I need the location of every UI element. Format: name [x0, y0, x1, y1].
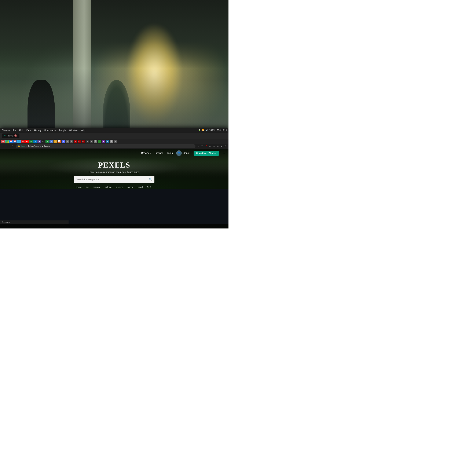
user-area: 👤 Daniel	[176, 151, 190, 156]
refresh-icon[interactable]: ↺	[70, 140, 73, 143]
trello-icon[interactable]: Tr	[34, 140, 37, 143]
menu-window[interactable]: Window	[69, 129, 77, 132]
adobe-icon[interactable]: Ai	[74, 140, 77, 143]
ext4-icon[interactable]: ✓	[98, 140, 101, 143]
secure-label: Secure	[21, 145, 27, 147]
ext-icon2[interactable]: ⊗	[212, 145, 215, 148]
ceiling-area	[0, 0, 228, 68]
gcalendar-icon[interactable]: 📅	[9, 140, 13, 143]
ext-icon3[interactable]: ⊘	[216, 145, 219, 148]
tools-link[interactable]: Tools	[167, 152, 173, 155]
pexels-website: Browse ▾ License Tools 👤 Daniel Contribu…	[0, 149, 228, 189]
tab-label: Pexels	[7, 135, 13, 137]
algolia-icon[interactable]: A	[62, 140, 65, 143]
menu-bookmarks[interactable]: Bookmarks	[44, 129, 56, 132]
address-right-icons: ☆ 🛡 P ⊕ ⊗ ⊘ ◈ ⚙	[197, 145, 227, 148]
calendar2-icon[interactable]: 📆	[13, 140, 17, 143]
menu-help[interactable]: Help	[80, 129, 85, 132]
acrobat-icon[interactable]: Ac	[21, 140, 25, 143]
gdrive-icon[interactable]	[5, 140, 9, 143]
ext5-icon[interactable]: ◉	[102, 140, 105, 143]
more-tags-link[interactable]: more →	[146, 186, 153, 189]
ext-icon5[interactable]: ⚙	[224, 145, 227, 148]
sheets-icon[interactable]: S	[46, 140, 49, 143]
pinterest-icon[interactable]: P	[205, 145, 208, 148]
avatar-icon: 👤	[178, 152, 180, 154]
tag-wood[interactable]: wood	[137, 186, 143, 189]
search-bar[interactable]: 🔍	[74, 176, 154, 183]
wifi-icon: 📶	[202, 129, 204, 131]
monitor-screen: Chrome File Edit View History Bookmarks …	[0, 128, 228, 224]
app-name: Chrome	[2, 129, 10, 132]
browse-button[interactable]: Browse ▾	[141, 152, 151, 155]
menu-history[interactable]: History	[34, 129, 41, 132]
address-url: https://www.pexels.com	[28, 145, 50, 147]
menu-items: File Edit View History Bookmarks People …	[13, 129, 196, 132]
contribute-photos-button[interactable]: Contribute Photos	[194, 151, 219, 156]
back-button[interactable]: ‹	[2, 145, 5, 148]
browse-chevron-icon: ▾	[150, 152, 151, 154]
medium-icon[interactable]: M	[41, 140, 45, 143]
address-field[interactable]: 🔒 Secure https://www.pexels.com	[16, 144, 195, 148]
tag-vintage[interactable]: vintage	[104, 186, 112, 189]
ext-icon1[interactable]: ⊕	[209, 145, 212, 148]
secure-icon: 🔒	[18, 145, 20, 147]
volume-icon: 🔊	[206, 129, 208, 131]
battery-percent: 100 %	[209, 129, 215, 131]
status-bar: Searches	[0, 221, 68, 224]
ext1-icon[interactable]: ◆	[37, 140, 41, 143]
medium3-icon[interactable]: M	[90, 140, 93, 143]
tag-phone[interactable]: phone	[127, 186, 134, 189]
status-text: Searches	[2, 221, 10, 223]
settings-icon[interactable]: ⚙	[110, 140, 113, 143]
ext3-icon[interactable]: ⚙	[94, 140, 97, 143]
tab-close-button[interactable]: ×	[14, 134, 17, 137]
active-tab[interactable]: P Pexels ×	[2, 134, 19, 138]
gmail-icon[interactable]: M	[1, 140, 5, 143]
telegram-icon[interactable]: ✈	[17, 140, 21, 143]
spreadsheet-icon[interactable]: Sh	[29, 140, 33, 143]
medium2-icon[interactable]: M	[86, 140, 89, 143]
menu-view[interactable]: View	[26, 129, 31, 132]
search-input[interactable]	[76, 178, 147, 181]
tag-training[interactable]: training	[93, 186, 101, 189]
star-icon[interactable]: ☆	[197, 145, 200, 148]
user-avatar[interactable]: 👤	[176, 151, 182, 156]
more-options-button[interactable]: ···	[222, 151, 225, 155]
username-label: Daniel	[183, 152, 190, 155]
address-bar-row: ‹ › ↺ 🔒 Secure https://www.pexels.com ☆ …	[0, 144, 228, 149]
search-icon: 🔍	[149, 178, 152, 181]
reload-button[interactable]: ↺	[11, 145, 14, 148]
ext-icon4[interactable]: ◈	[220, 145, 223, 148]
pexels-tagline: Best free stock photos in one place. Lea…	[89, 171, 139, 173]
adobe3-icon[interactable]: Ae	[82, 140, 85, 143]
tab-favicon: P	[4, 135, 5, 137]
chart-icon[interactable]: 📊	[58, 140, 61, 143]
menu-edit[interactable]: Edit	[19, 129, 23, 132]
docs-icon[interactable]: D	[50, 140, 53, 143]
pexels-navbar: Browse ▾ License Tools 👤 Daniel Contribu…	[0, 149, 228, 157]
macos-menubar: Chrome File Edit View History Bookmarks …	[0, 128, 228, 133]
tab-bar: P Pexels ×	[0, 133, 228, 139]
clock: Wed 16:15	[217, 129, 227, 131]
battery-icon: 🔋	[198, 129, 201, 131]
tag-house[interactable]: house	[75, 186, 82, 189]
ext6-icon[interactable]: ◈	[106, 140, 109, 143]
tag-blur[interactable]: blur	[85, 186, 90, 189]
forward-button[interactable]: ›	[6, 145, 9, 148]
pexels-logo: PEXELS	[98, 161, 130, 170]
adobe2-icon[interactable]: Ps	[78, 140, 81, 143]
menu-people[interactable]: People	[59, 129, 66, 132]
shield-icon[interactable]: 🛡	[201, 145, 204, 148]
pexels-hero: PEXELS Best free stock photos in one pla…	[0, 157, 228, 189]
menubar-right: 🔋 📶 🔊 100 % Wed 16:15	[198, 129, 227, 131]
license-link[interactable]: License	[155, 152, 163, 155]
ext2-icon[interactable]: ♦	[66, 140, 69, 143]
close-tab-icon[interactable]: ×	[114, 140, 117, 143]
youtube-icon[interactable]: ▶	[25, 140, 29, 143]
toolbar-icons-row: M 📅 📆 ✈ Ac ▶ Sh Tr ◆ M S D Sl 📊 A ♦ ↺ Ai…	[0, 139, 228, 144]
slides-icon[interactable]: Sl	[53, 140, 57, 143]
menu-file[interactable]: File	[13, 129, 16, 132]
learn-more-link[interactable]: Learn more	[127, 171, 139, 173]
tag-meeting[interactable]: meeting	[115, 186, 124, 189]
